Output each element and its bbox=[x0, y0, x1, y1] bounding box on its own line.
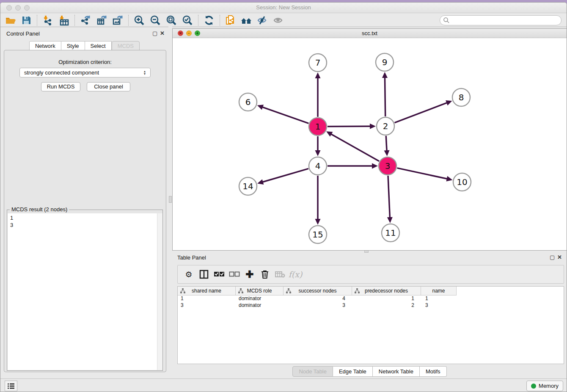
result-scrollbar[interactable] bbox=[157, 213, 162, 370]
toolbar-separator bbox=[128, 15, 129, 26]
control-panel-title: Control Panel bbox=[6, 30, 40, 37]
memory-status-dot bbox=[531, 384, 536, 389]
export-table-icon[interactable] bbox=[95, 15, 108, 26]
export-image-icon[interactable] bbox=[111, 15, 124, 26]
cell-shared-name: 3 bbox=[178, 302, 236, 309]
graph-edge[interactable] bbox=[261, 107, 308, 123]
add-column-icon[interactable]: ✚ bbox=[243, 268, 256, 280]
graph-edge[interactable] bbox=[330, 133, 379, 161]
cell-predecessor-nodes: 1 bbox=[352, 295, 421, 302]
graph-edge[interactable] bbox=[397, 168, 448, 179]
duplicate-network-icon[interactable] bbox=[224, 15, 237, 26]
run-mcds-button[interactable]: Run MCDS bbox=[41, 82, 80, 91]
node-label: 2 bbox=[383, 121, 388, 131]
control-panel-tabs: Network Style Select MCDS bbox=[0, 41, 168, 51]
tab-edge-table[interactable]: Edge Table bbox=[333, 366, 373, 377]
zoom-selected-icon[interactable] bbox=[181, 15, 194, 26]
import-network-icon[interactable] bbox=[41, 15, 54, 26]
tab-style[interactable]: Style bbox=[61, 41, 85, 51]
node-label: 9 bbox=[382, 57, 388, 67]
table-row[interactable]: 1 dominator 4 1 1 bbox=[178, 295, 564, 302]
delete-column-icon[interactable] bbox=[259, 268, 271, 280]
search-box[interactable] bbox=[440, 15, 561, 25]
refresh-layout-icon[interactable] bbox=[203, 15, 215, 26]
vertical-splitter[interactable] bbox=[168, 27, 172, 378]
import-table-icon[interactable] bbox=[58, 15, 70, 26]
select-all-icon[interactable] bbox=[213, 268, 226, 280]
tab-motifs[interactable]: Motifs bbox=[420, 366, 447, 377]
edge-arrowhead bbox=[372, 163, 378, 169]
column-header-mcds-role[interactable]: MCDS role bbox=[236, 287, 284, 295]
edge-arrowhead bbox=[384, 150, 390, 156]
cell-mcds-role: dominator bbox=[236, 295, 284, 302]
cell-name: 3 bbox=[421, 302, 457, 309]
window-title: Session: New Session bbox=[0, 4, 567, 11]
splitter-handle[interactable] bbox=[169, 196, 172, 203]
optimization-criterion-dropdown[interactable]: strongly connected component ▲▼ bbox=[19, 68, 151, 77]
table-panel-float-icon[interactable]: ▢ bbox=[550, 254, 555, 260]
task-history-button[interactable] bbox=[5, 381, 17, 391]
list-icon bbox=[7, 383, 15, 389]
control-panel-close-icon[interactable]: ✕ bbox=[160, 30, 165, 36]
hide-selected-icon[interactable] bbox=[256, 15, 269, 26]
edge-arrowhead bbox=[315, 150, 321, 156]
column-label: predecessor nodes bbox=[365, 288, 408, 294]
node-label: 4 bbox=[315, 161, 321, 171]
node-label: 7 bbox=[315, 58, 321, 68]
dropdown-value: strongly connected component bbox=[24, 69, 99, 76]
search-input[interactable] bbox=[450, 16, 561, 25]
save-icon[interactable] bbox=[20, 15, 33, 26]
zoom-fit-icon[interactable] bbox=[165, 15, 178, 26]
graph-edge[interactable] bbox=[261, 168, 308, 182]
tab-node-table[interactable]: Node Table bbox=[292, 366, 333, 377]
table-row[interactable]: 3 dominator 3 2 3 bbox=[178, 302, 564, 309]
node-label: 10 bbox=[457, 177, 467, 187]
gear-icon[interactable]: ⚙ bbox=[182, 268, 195, 280]
deselect-all-icon[interactable] bbox=[228, 268, 241, 280]
first-neighbors-icon[interactable] bbox=[240, 15, 253, 26]
table-panel-tabs: Node Table Edge Table Network Table Moti… bbox=[172, 366, 567, 377]
graph-edge[interactable] bbox=[395, 102, 449, 123]
hierarchy-icon bbox=[355, 288, 360, 293]
control-panel-float-icon[interactable]: ▢ bbox=[152, 30, 157, 36]
graph-edge[interactable] bbox=[388, 176, 390, 219]
hierarchy-icon bbox=[286, 288, 291, 293]
edge-arrowhead bbox=[315, 219, 321, 225]
zoom-in-icon[interactable] bbox=[133, 15, 146, 26]
tab-mcds[interactable]: MCDS bbox=[112, 41, 140, 51]
network-window-title: scc.txt bbox=[173, 30, 567, 36]
app-window: Session: New Session bbox=[0, 2, 567, 392]
table-panel-close-icon[interactable]: ✕ bbox=[557, 254, 562, 260]
delete-table-icon bbox=[274, 268, 286, 280]
node-label: 14 bbox=[242, 181, 253, 191]
edge-arrowhead bbox=[382, 72, 388, 78]
tab-select[interactable]: Select bbox=[85, 41, 112, 51]
hierarchy-icon bbox=[180, 288, 185, 293]
network-window-titlebar[interactable]: ✕ − + scc.txt bbox=[173, 29, 567, 38]
node-label: 1 bbox=[315, 121, 321, 132]
graph-edge[interactable] bbox=[385, 76, 385, 116]
column-label: MCDS role bbox=[247, 288, 272, 294]
mcds-result-title: MCDS result (2 nodes) bbox=[10, 206, 69, 213]
column-header-successor-nodes[interactable]: successor nodes bbox=[284, 287, 352, 295]
zoom-out-icon[interactable] bbox=[149, 15, 162, 26]
column-header-predecessor-nodes[interactable]: predecessor nodes bbox=[352, 287, 421, 295]
memory-button[interactable]: Memory bbox=[526, 381, 563, 391]
memory-label: Memory bbox=[539, 383, 559, 389]
open-folder-icon[interactable] bbox=[4, 15, 17, 26]
tab-network[interactable]: Network bbox=[29, 41, 61, 51]
edge-arrowhead bbox=[370, 124, 376, 129]
column-layout-icon[interactable] bbox=[198, 268, 210, 280]
main-toolbar bbox=[0, 14, 567, 27]
column-header-name[interactable]: name bbox=[421, 287, 457, 295]
edge-arrowhead bbox=[446, 176, 452, 182]
tab-network-table[interactable]: Network Table bbox=[373, 366, 420, 377]
graph-edge[interactable] bbox=[328, 126, 372, 127]
graph-edge[interactable] bbox=[386, 136, 387, 152]
edge-arrowhead bbox=[257, 179, 264, 184]
mcds-result-text[interactable]: 1 3 bbox=[8, 213, 162, 370]
export-network-icon[interactable] bbox=[79, 15, 92, 26]
column-header-shared-name[interactable]: shared name bbox=[178, 287, 236, 295]
network-canvas[interactable]: 7968124314101511 bbox=[173, 39, 567, 250]
close-panel-button[interactable]: Close panel bbox=[87, 82, 130, 91]
